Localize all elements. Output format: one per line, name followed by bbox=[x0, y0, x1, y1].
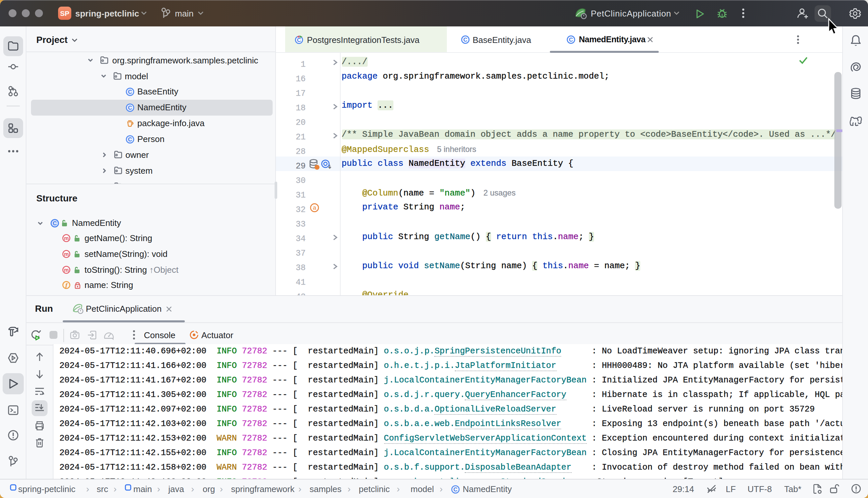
svg-text:m: m bbox=[64, 267, 68, 273]
svg-text:a: a bbox=[313, 205, 316, 211]
svg-text:m: m bbox=[64, 251, 68, 257]
svg-text:C: C bbox=[128, 89, 132, 95]
svg-text:m: m bbox=[64, 235, 68, 241]
svg-text:C: C bbox=[297, 37, 301, 43]
svg-text:C: C bbox=[463, 37, 467, 43]
svg-text:C: C bbox=[453, 486, 458, 493]
svg-text:C: C bbox=[569, 37, 573, 43]
svg-text:C: C bbox=[128, 105, 132, 111]
svg-text:C: C bbox=[128, 136, 132, 142]
svg-text:C: C bbox=[53, 220, 56, 226]
